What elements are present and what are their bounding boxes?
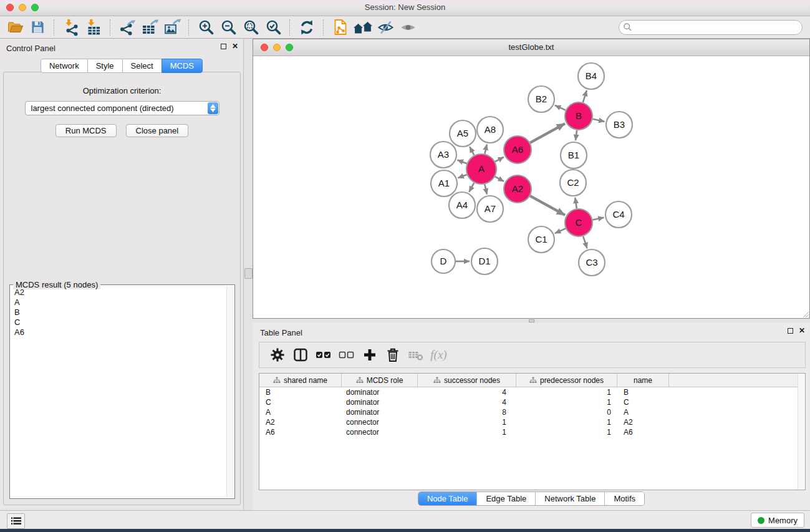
vertical-splitter-grip[interactable] — [244, 268, 253, 279]
open-session-icon[interactable] — [4, 18, 26, 37]
graph-edge-A-A3[interactable] — [457, 160, 466, 163]
tab-node-table[interactable]: Node Table — [418, 492, 477, 505]
graph-node-A6[interactable]: A6 — [504, 136, 531, 163]
graph-node-B1[interactable]: B1 — [561, 142, 587, 168]
deselect-all-checkboxes-icon[interactable] — [335, 344, 358, 365]
table-scrollbar[interactable] — [798, 374, 805, 490]
zoom-selected-icon[interactable] — [262, 18, 284, 37]
export-network-icon[interactable] — [116, 18, 138, 37]
resize-grip-icon[interactable] — [801, 309, 809, 317]
column-header-successor-nodes[interactable]: successor nodes — [418, 374, 516, 387]
zoom-fit-icon[interactable] — [239, 18, 262, 37]
graph-edge-A6-B[interactable] — [530, 123, 565, 143]
graph-node-D1[interactable]: D1 — [471, 248, 498, 274]
column-header-MCDS-role[interactable]: MCDS role — [342, 374, 418, 387]
horizontal-splitter[interactable] — [253, 319, 810, 323]
graph-node-A8[interactable]: A8 — [477, 117, 503, 143]
graph-edge-B-B1[interactable] — [576, 130, 577, 140]
graph-edge-A-A7[interactable] — [485, 184, 487, 194]
graph-edge-A2-C[interactable] — [530, 196, 565, 215]
graph-node-A2[interactable]: A2 — [504, 175, 531, 203]
table-row[interactable]: Bdominator41B — [259, 387, 798, 397]
tab-edge-table[interactable]: Edge Table — [476, 492, 535, 505]
graph-edge-C-C4[interactable] — [593, 218, 604, 220]
mcds-result-item[interactable]: A6 — [11, 327, 226, 337]
graph-edge-B-B3[interactable] — [592, 119, 604, 122]
run-mcds-button[interactable]: Run MCDS — [55, 124, 117, 137]
search-input[interactable] — [632, 22, 802, 33]
show-all-networks-icon[interactable] — [352, 18, 374, 37]
mcds-result-item[interactable]: C — [11, 317, 226, 327]
close-table-panel-icon[interactable]: ✕ — [799, 327, 805, 334]
graph-node-A5[interactable]: A5 — [450, 120, 476, 147]
column-header-shared-name[interactable]: shared name — [259, 374, 342, 387]
graph-node-C4[interactable]: C4 — [605, 201, 632, 228]
graph-edge-C-C3[interactable] — [583, 236, 587, 248]
tab-network[interactable]: Network — [41, 59, 88, 73]
graph-edge-B-B4[interactable] — [583, 90, 587, 102]
table-row[interactable]: Adominator80A — [259, 407, 798, 417]
graph-node-A3[interactable]: A3 — [430, 142, 456, 168]
graph-node-A[interactable]: A — [466, 154, 496, 184]
graph-node-A1[interactable]: A1 — [431, 170, 457, 196]
column-header-predecessor-nodes[interactable]: predecessor nodes — [516, 374, 617, 387]
mcds-result-item[interactable]: A — [11, 297, 226, 307]
close-panel-button[interactable]: Close panel — [126, 124, 189, 137]
tab-mcds[interactable]: MCDS — [162, 59, 203, 73]
zoom-out-icon[interactable] — [217, 18, 239, 37]
export-table-icon[interactable] — [138, 18, 161, 37]
float-table-panel-icon[interactable] — [788, 328, 793, 334]
graph-node-B4[interactable]: B4 — [578, 63, 604, 89]
graph-edge-C-C2[interactable] — [575, 198, 576, 208]
hide-graphics-eye-slash-icon[interactable] — [374, 18, 397, 37]
graph-edge-A-A8[interactable] — [485, 144, 486, 153]
tab-network-table[interactable]: Network Table — [535, 492, 604, 505]
close-panel-icon[interactable]: ✕ — [232, 43, 238, 50]
graph-node-B[interactable]: B — [565, 102, 592, 130]
graph-node-B2[interactable]: B2 — [528, 86, 554, 112]
graph-node-A4[interactable]: A4 — [449, 192, 475, 218]
column-header-name[interactable]: name — [617, 374, 669, 387]
float-panel-icon[interactable] — [221, 44, 226, 49]
new-network-from-selection-icon[interactable] — [329, 18, 352, 37]
graph-node-A7[interactable]: A7 — [477, 196, 503, 222]
save-session-icon[interactable] — [26, 18, 49, 37]
graph-edge-A-A1[interactable] — [458, 175, 466, 178]
table-row[interactable]: A6connector11A6 — [259, 427, 798, 437]
table-row[interactable]: Cdominator41C — [259, 397, 798, 407]
network-canvas[interactable]: B4B2BB3B1A5A8A6A3AA1C2A4A7A2C4CC1C3DD1 — [253, 56, 809, 318]
delete-column-trash-icon[interactable] — [381, 344, 404, 365]
graph-node-B3[interactable]: B3 — [606, 112, 632, 138]
graph-node-C3[interactable]: C3 — [579, 249, 605, 276]
optimization-criterion-select[interactable]: largest connected component (directed) — [25, 101, 219, 115]
graph-edge-B-B2[interactable] — [555, 105, 566, 110]
show-graphics-eye-icon[interactable] — [397, 18, 419, 37]
mcds-result-scrollbar[interactable] — [226, 286, 234, 498]
graph-edge-A-A4[interactable] — [469, 183, 474, 192]
tab-style[interactable]: Style — [87, 59, 123, 73]
settings-gear-icon[interactable] — [266, 344, 289, 365]
refresh-icon[interactable] — [296, 18, 318, 37]
tab-select[interactable]: Select — [122, 59, 162, 73]
export-image-icon[interactable] — [161, 18, 183, 37]
graph-edge-A-A2[interactable] — [495, 177, 504, 181]
graph-edge-C-C1[interactable] — [555, 228, 566, 233]
horizontal-splitter-grip[interactable] — [529, 319, 534, 322]
memory-button[interactable]: Memory — [751, 513, 804, 528]
zoom-in-icon[interactable] — [195, 18, 217, 37]
graph-node-C1[interactable]: C1 — [528, 226, 554, 253]
graph-edge-A-A5[interactable] — [470, 147, 474, 155]
graph-node-C[interactable]: C — [565, 209, 592, 236]
mcds-result-list[interactable]: A2ABCA6 — [11, 288, 226, 497]
mcds-result-item[interactable]: B — [11, 307, 226, 317]
select-all-checkboxes-icon[interactable] — [312, 344, 335, 365]
table-row[interactable]: A2connector11A2 — [259, 417, 798, 427]
graph-node-D[interactable]: D — [432, 249, 455, 273]
task-history-button[interactable] — [7, 513, 25, 529]
import-table-icon[interactable] — [82, 18, 105, 37]
graph-node-C2[interactable]: C2 — [560, 170, 586, 196]
column-view-icon[interactable] — [289, 344, 312, 365]
network-window-titlebar[interactable]: testGlobe.txt — [253, 39, 809, 56]
tab-motifs[interactable]: Motifs — [604, 492, 644, 505]
mcds-result-item[interactable]: A2 — [11, 288, 226, 297]
